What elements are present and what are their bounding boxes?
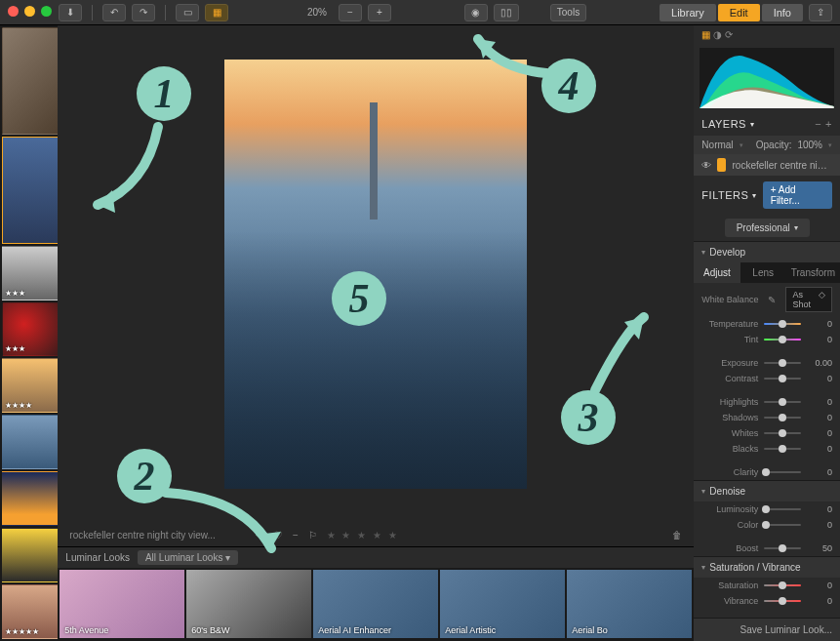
slider-vibrance[interactable]: Vibrance0 xyxy=(694,593,840,609)
preview-button[interactable]: ◉ xyxy=(464,4,488,21)
wb-mode-select[interactable]: As Shot◇ xyxy=(785,287,832,312)
save-look-button[interactable]: Save Luminar Look... xyxy=(694,618,840,641)
minimize-icon[interactable] xyxy=(24,6,35,17)
looks-strip[interactable]: 5th Avenue60's B&WAerial AI EnhancerAeri… xyxy=(58,568,694,641)
look-preset[interactable]: Aerial AI Enhancer xyxy=(313,570,438,638)
slider-track[interactable] xyxy=(764,508,801,510)
add-filter-button[interactable]: + Add Filter... xyxy=(763,181,832,209)
slider-knob[interactable] xyxy=(779,581,786,589)
slider-clarity[interactable]: Clarity0 xyxy=(694,464,840,480)
slider-saturation[interactable]: Saturation0 xyxy=(694,578,840,593)
tab-info[interactable]: Info xyxy=(762,4,803,21)
visibility-icon[interactable]: 👁 xyxy=(701,160,711,171)
slider-shadows[interactable]: Shadows0 xyxy=(694,410,840,425)
slider-knob[interactable] xyxy=(779,398,786,406)
canvas[interactable] xyxy=(58,25,694,523)
tab-adjust[interactable]: Adjust xyxy=(694,262,740,283)
workspace-select[interactable]: Professional ▾ xyxy=(725,219,810,237)
zoom-level[interactable]: 20% xyxy=(301,7,333,18)
slider-temperature[interactable]: Temperature0 xyxy=(694,316,840,332)
tools-menu[interactable]: Tools xyxy=(550,4,586,21)
blend-mode-select[interactable]: Normal xyxy=(701,140,733,150)
look-preset[interactable]: Aerial Bo xyxy=(567,570,692,638)
slider-track[interactable] xyxy=(764,448,801,450)
slider-knob[interactable] xyxy=(779,429,786,437)
slider-track[interactable] xyxy=(764,323,801,325)
slider-track[interactable] xyxy=(764,339,801,341)
look-preset[interactable]: Aerial Artistic xyxy=(440,570,565,638)
zoom-icon[interactable] xyxy=(41,6,52,17)
slider-knob[interactable] xyxy=(779,320,786,328)
slider-track[interactable] xyxy=(764,600,801,602)
zoom-in-button[interactable]: + xyxy=(368,4,391,21)
share-button[interactable]: ⇪ xyxy=(809,4,832,21)
tab-lens[interactable]: Lens xyxy=(740,262,786,283)
tab-transform[interactable]: Transform xyxy=(786,262,840,283)
eyedropper-icon[interactable]: ✎ xyxy=(764,292,780,307)
slider-track[interactable] xyxy=(764,547,801,549)
flag-icon[interactable]: ⚐ xyxy=(308,530,317,541)
slider-tint[interactable]: Tint0 xyxy=(694,332,840,347)
slider-track[interactable] xyxy=(764,584,801,586)
look-preset[interactable]: 5th Avenue xyxy=(60,570,184,638)
layers-header[interactable]: LAYERS▾ −+ xyxy=(694,112,840,136)
tab-library[interactable]: Library xyxy=(660,4,716,21)
favorite-icon[interactable]: ♡ xyxy=(274,530,283,541)
denoise-header[interactable]: Denoise xyxy=(694,481,840,501)
layout-single-button[interactable]: ▭ xyxy=(176,4,199,21)
filters-header[interactable]: FILTERS▾ xyxy=(701,189,756,201)
filmstrip-thumb[interactable] xyxy=(2,471,58,526)
slider-track[interactable] xyxy=(764,378,801,380)
looks-dropdown[interactable]: All Luminar Looks ▾ xyxy=(138,550,238,565)
history-icon[interactable]: ⟳ xyxy=(725,29,733,40)
export-button[interactable]: ⬇ xyxy=(59,4,82,21)
layout-grid-button[interactable]: ▦ xyxy=(205,4,228,21)
close-icon[interactable] xyxy=(8,6,19,17)
develop-header[interactable]: Develop xyxy=(694,242,840,262)
slider-track[interactable] xyxy=(764,362,801,364)
filmstrip-thumb[interactable]: ★★★★ xyxy=(2,358,58,413)
redo-button[interactable]: ↷ xyxy=(132,4,155,21)
slider-knob[interactable] xyxy=(762,505,770,513)
slider-knob[interactable] xyxy=(762,468,770,476)
look-preset[interactable]: 60's B&W xyxy=(186,570,311,638)
slider-luminosity[interactable]: Luminosity0 xyxy=(694,501,840,517)
layer-item[interactable]: 👁 rockefeller centre night city view.jpg xyxy=(694,154,840,176)
opacity-value[interactable]: 100% xyxy=(797,140,822,150)
filmstrip-thumb[interactable]: ★★★★★ xyxy=(2,584,58,639)
undo-button[interactable]: ↶ xyxy=(102,4,126,21)
image-icon[interactable]: ▦ xyxy=(701,29,710,40)
tab-edit[interactable]: Edit xyxy=(718,4,760,21)
slider-knob[interactable] xyxy=(779,445,786,453)
slider-track[interactable] xyxy=(764,417,801,419)
zoom-out-button[interactable]: − xyxy=(339,4,362,21)
filmstrip[interactable]: ★★★★★★★★★★★★★★★ xyxy=(0,25,58,641)
compare-button[interactable]: ▯▯ xyxy=(494,4,519,21)
slider-track[interactable] xyxy=(764,524,801,526)
slider-track[interactable] xyxy=(764,471,801,473)
slider-color[interactable]: Color0 xyxy=(694,517,840,533)
slider-knob[interactable] xyxy=(779,359,786,367)
filmstrip-thumb[interactable] xyxy=(2,415,58,469)
rating-stars[interactable]: ★ ★ ★ ★ ★ xyxy=(327,530,399,541)
slider-knob[interactable] xyxy=(779,414,786,421)
slider-blacks[interactable]: Blacks0 xyxy=(694,441,840,457)
layer-add-icon[interactable]: + xyxy=(825,118,832,130)
slider-boost[interactable]: Boost50 xyxy=(694,541,840,556)
trash-icon[interactable]: 🗑 xyxy=(672,530,682,541)
slider-exposure[interactable]: Exposure0.00 xyxy=(694,355,840,371)
slider-highlights[interactable]: Highlights0 xyxy=(694,394,840,410)
slider-whites[interactable]: Whites0 xyxy=(694,425,840,441)
slider-knob[interactable] xyxy=(779,597,786,605)
slider-knob[interactable] xyxy=(779,375,786,382)
histogram[interactable] xyxy=(700,48,834,108)
filmstrip-thumb[interactable] xyxy=(2,27,58,135)
satvib-header[interactable]: Saturation / Vibrance xyxy=(694,557,840,578)
mask-icon[interactable]: ◑ xyxy=(713,29,722,40)
slider-contrast[interactable]: Contrast0 xyxy=(694,371,840,386)
slider-track[interactable] xyxy=(764,432,801,434)
filmstrip-thumb[interactable]: ★★★ xyxy=(2,302,58,357)
filmstrip-thumb[interactable] xyxy=(2,137,58,244)
filmstrip-thumb[interactable] xyxy=(2,528,58,582)
slider-knob[interactable] xyxy=(779,336,786,343)
